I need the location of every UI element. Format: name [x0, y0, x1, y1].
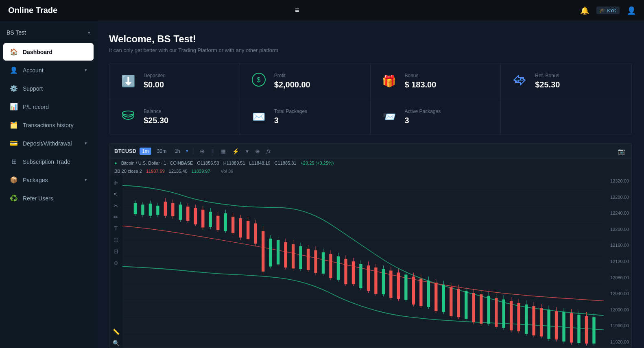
bb-val3: 11839.97: [192, 169, 210, 174]
balance-value: $25.30: [144, 116, 168, 125]
refer-icon: ♻️: [10, 194, 18, 202]
sidebar-item-transactions[interactable]: 🗂️ Transactions history: [3, 116, 94, 134]
bar-type-icon[interactable]: ▦: [219, 147, 227, 155]
welcome-subtitle: It can only get better with our Trading …: [109, 47, 632, 53]
sidebar-item-label: Account: [23, 67, 44, 74]
tf-1m[interactable]: 1m: [140, 148, 151, 155]
zoom-tool[interactable]: 🔍: [111, 339, 121, 348]
chart-icon: 📊: [10, 103, 18, 111]
sidebar-item-label: Dashboard: [23, 49, 52, 55]
sidebar-item-pl-record[interactable]: 📊 P/L record: [3, 98, 94, 115]
stat-total-packages: ✉️ Total Packages 3: [240, 99, 371, 135]
svg-text:$: $: [257, 76, 260, 83]
chart-open: O11856.53: [197, 161, 219, 165]
account-icon: 👤: [10, 66, 18, 74]
topnav-right: 🔔 🎓 KYC 👤: [580, 6, 636, 15]
tf-dropdown[interactable]: ▾: [186, 148, 188, 154]
add-indicator-icon[interactable]: ⊕: [253, 147, 262, 155]
profit-value: $2,000.00: [274, 80, 310, 89]
crosshair-icon[interactable]: ⊕: [198, 147, 206, 155]
chart-left-tools: ✛ ↖ ✂ ✏ T ⬡ ⊡ ☺ 📏 🔍: [109, 175, 122, 348]
bb-label: BB 20 close 2: [114, 169, 142, 174]
price-level: 12000.00: [606, 307, 629, 312]
price-level: 12280.00: [606, 195, 629, 200]
chart-pair-label: ●: [114, 161, 117, 165]
transactions-icon: 🗂️: [10, 121, 18, 129]
deposit-icon: 💳: [10, 139, 18, 147]
chart-low: L11848.19: [249, 161, 271, 165]
ref-bonus-icon: [511, 73, 528, 90]
chevron-down-icon: ▾: [85, 141, 87, 146]
scissors-tool[interactable]: ✂: [112, 201, 120, 210]
chart-high: H11889.51: [223, 161, 245, 165]
kyc-stack-icon: 🎓: [600, 8, 605, 13]
bonus-label: Bonus: [405, 73, 437, 78]
ref-bonus-value: $25.30: [535, 80, 560, 89]
chart-info-bar: ● Bitcoin / U.S. Dollar · 1 · COINBASE O…: [109, 159, 631, 167]
price-level: 11960.00: [606, 323, 629, 328]
account-selector[interactable]: BS Test ▾: [0, 25, 97, 40]
crosshair-tool[interactable]: ✛: [112, 178, 120, 187]
stat-active-packages: 📨 Active Packages 3: [371, 99, 501, 135]
stat-deposited: ⬇️ Deposited $0.00: [109, 63, 240, 99]
chart-svg: [122, 175, 604, 348]
packages-icon: 📦: [10, 176, 18, 184]
notification-icon[interactable]: 🔔: [580, 6, 589, 15]
svg-point-2: [122, 111, 134, 115]
cursor-tool[interactable]: ↖: [112, 190, 120, 199]
active-packages-value: 3: [405, 116, 441, 125]
price-level: 12200.00: [606, 227, 629, 232]
sidebar-item-label: P/L record: [23, 104, 49, 110]
tf-1h[interactable]: 1h: [172, 148, 182, 155]
active-packages-icon: 📨: [380, 111, 398, 123]
node-tool[interactable]: ⬡: [112, 235, 120, 244]
ruler-tool[interactable]: 📏: [111, 327, 121, 336]
tf-dropdown2[interactable]: ▾: [244, 147, 250, 155]
balance-icon: [119, 108, 137, 126]
chart-change: +29.25 (+0.25%): [300, 161, 334, 165]
profit-icon: $: [250, 72, 268, 90]
price-level: 12160.00: [606, 243, 629, 248]
stat-empty: [501, 99, 631, 135]
text-tool[interactable]: T: [113, 224, 120, 233]
dashboard-icon: 🏠: [10, 48, 18, 56]
sidebar-item-subscription[interactable]: ⊞ Subscription Trade: [3, 153, 94, 170]
balance-label: Balance: [144, 109, 168, 114]
indicators-icon[interactable]: ∥: [210, 147, 216, 155]
hamburger-menu[interactable]: ≡: [295, 6, 299, 15]
sidebar-item-label: Subscription Trade: [23, 159, 70, 165]
profile-icon[interactable]: 👤: [627, 6, 636, 15]
sidebar-item-refer[interactable]: ♻️ Refer Users: [3, 189, 94, 207]
emoji-tool[interactable]: ☺: [111, 258, 120, 267]
bonus-icon: 🎁: [380, 74, 398, 88]
price-level: 11920.00: [606, 339, 629, 344]
sidebar-item-support[interactable]: ⚙️ Support: [3, 80, 94, 97]
sidebar-item-label: Refer Users: [23, 195, 53, 202]
price-level: 12240.00: [606, 211, 629, 215]
profit-label: Profit: [274, 73, 310, 78]
stat-bonus: 🎁 Bonus $ 183.00: [371, 63, 501, 99]
price-level: 12080.00: [606, 275, 629, 280]
tf-30m[interactable]: 30m: [155, 148, 169, 155]
overlay-icon[interactable]: ⚡: [231, 147, 241, 155]
measure-tool[interactable]: ⊡: [112, 247, 120, 256]
kyc-badge[interactable]: 🎓 KYC: [596, 7, 620, 14]
sidebar-item-packages[interactable]: 📦 Packages ▾: [3, 171, 94, 189]
topnav: Online Trade ≡ 🔔 🎓 KYC 👤: [0, 0, 644, 21]
pen-tool[interactable]: ✏: [112, 213, 120, 222]
support-icon: ⚙️: [10, 85, 18, 92]
sidebar-item-deposit[interactable]: 💳 Deposit/Withdrawal ▾: [3, 135, 94, 152]
deposited-label: Deposited: [144, 73, 166, 78]
deposited-icon: ⬇️: [119, 74, 137, 88]
more-tools-icon[interactable]: 𝑓𝑥: [265, 147, 272, 155]
sidebar-item-dashboard[interactable]: 🏠 Dashboard: [3, 43, 94, 61]
welcome-title: Welcome, BS Test!: [109, 33, 632, 45]
chart-toolbar: BTCUSD 1m 30m 1h ▾ | ⊕ ∥ ▦ ⚡ ▾ ⊕ 𝑓𝑥 📷: [109, 144, 631, 159]
main-layout: BS Test ▾ 🏠 Dashboard 👤 Account ▾ ⚙️ Sup…: [0, 21, 644, 348]
sidebar-item-account[interactable]: 👤 Account ▾: [3, 61, 94, 79]
stat-ref-bonus: Ref. Bonus $25.30: [501, 63, 631, 99]
bb-val1: 11987.69: [146, 169, 165, 174]
camera-icon[interactable]: 📷: [616, 147, 627, 155]
main-content: Welcome, BS Test! It can only get better…: [97, 21, 644, 348]
chart-close: C11885.81: [275, 161, 297, 165]
